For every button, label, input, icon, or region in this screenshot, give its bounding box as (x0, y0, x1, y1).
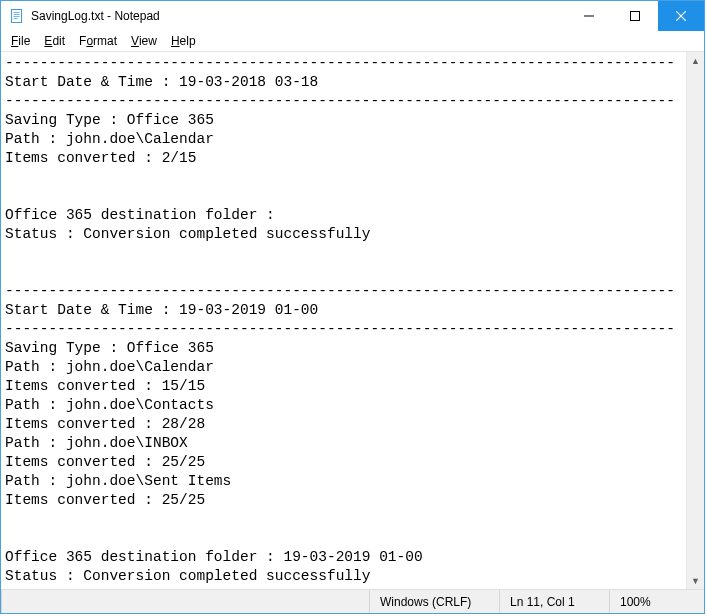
window-buttons (566, 1, 704, 31)
status-encoding: Windows (CRLF) (369, 590, 499, 613)
menu-view[interactable]: View (125, 33, 163, 49)
menu-bar: File Edit Format View Help (1, 31, 704, 52)
window-title: SavingLog.txt - Notepad (31, 9, 160, 23)
menu-help[interactable]: Help (165, 33, 202, 49)
menu-edit[interactable]: Edit (38, 33, 71, 49)
minimize-button[interactable] (566, 1, 612, 31)
svg-rect-6 (631, 12, 640, 21)
status-zoom: 100% (609, 590, 704, 613)
content-area: ----------------------------------------… (1, 52, 704, 589)
scroll-down-icon[interactable]: ▼ (687, 572, 704, 589)
scroll-track[interactable] (687, 69, 704, 572)
status-bar: Windows (CRLF) Ln 11, Col 1 100% (1, 589, 704, 613)
maximize-button[interactable] (612, 1, 658, 31)
close-button[interactable] (658, 1, 704, 31)
status-main-pane (1, 590, 369, 613)
notepad-icon (9, 8, 25, 24)
menu-file[interactable]: File (5, 33, 36, 49)
status-position: Ln 11, Col 1 (499, 590, 609, 613)
scroll-up-icon[interactable]: ▲ (687, 52, 704, 69)
title-bar[interactable]: SavingLog.txt - Notepad (1, 1, 704, 31)
vertical-scrollbar[interactable]: ▲ ▼ (686, 52, 704, 589)
menu-format[interactable]: Format (73, 33, 123, 49)
notepad-window: SavingLog.txt - Notepad File Edit Format… (0, 0, 705, 614)
text-editor[interactable]: ----------------------------------------… (1, 52, 686, 589)
